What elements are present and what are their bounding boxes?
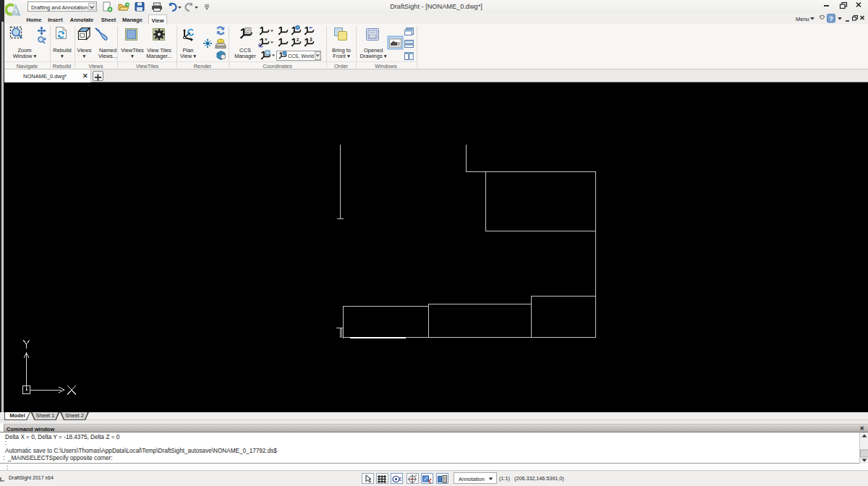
svg-text:z: z <box>297 37 299 42</box>
svg-text:?: ? <box>829 15 833 22</box>
svg-text:x: x <box>265 37 268 41</box>
svg-text:3: 3 <box>310 37 312 42</box>
svg-text:CCS, World: CCS, World <box>288 54 314 59</box>
